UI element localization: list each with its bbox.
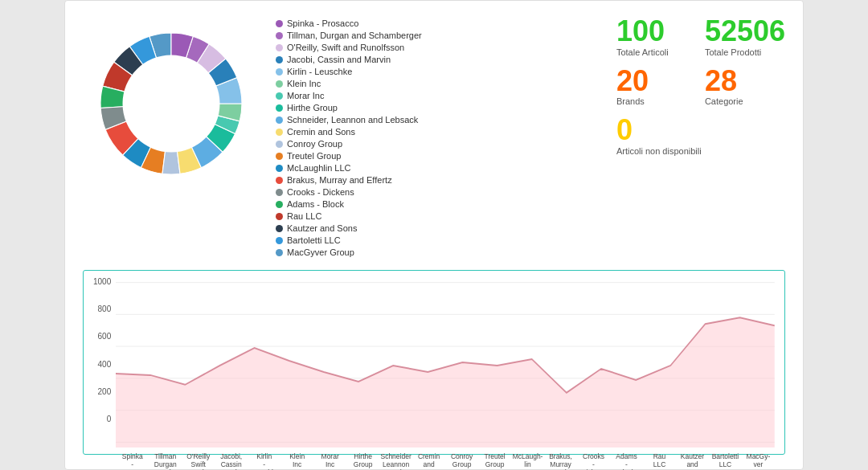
legend-dot xyxy=(276,56,283,63)
legend-label: Kirlin - Leuschke xyxy=(287,67,352,76)
legend-dot xyxy=(276,201,283,208)
donut-chart xyxy=(83,15,268,208)
x-axis-label: MacGy-verGroup xyxy=(742,452,775,470)
legend-label: Rau LLC xyxy=(287,211,321,221)
legend-dot xyxy=(276,20,283,27)
legend-item: Schneider, Leannon and Lebsack xyxy=(276,115,600,125)
legend-item: Tillman, Durgan and Schamberger xyxy=(276,31,600,40)
legend-dot xyxy=(276,44,283,51)
legend-label: Spinka - Prosacco xyxy=(287,18,358,28)
articoli-non-disponibili-block: 0 Articoli non disponibili xyxy=(616,114,702,156)
legend-dot xyxy=(276,116,283,124)
brands-number: 20 xyxy=(616,65,649,97)
articoli-non-disponibili-label: Articoli non disponibili xyxy=(616,146,702,156)
legend-item: Rau LLC xyxy=(276,211,600,221)
legend-label: Hirthe Group xyxy=(287,103,338,112)
y-axis-label: 1000 xyxy=(93,277,111,286)
totale-articoli-label: Totale Articoli xyxy=(616,47,669,57)
legend-label: Jacobi, Cassin and Marvin xyxy=(287,55,391,64)
totale-articoli-block: 100 Totale Articoli xyxy=(616,15,681,57)
legend-dot xyxy=(276,32,283,39)
articoli-non-disponibili-number: 0 xyxy=(616,114,633,146)
legend-dot xyxy=(276,189,283,196)
y-axis: 10008006004002000 xyxy=(93,277,116,448)
legend-item: MacGyver Group xyxy=(276,247,600,257)
line-chart-svg xyxy=(116,277,775,448)
legend: Spinka - ProsaccoTillman, Durgan and Sch… xyxy=(276,15,600,257)
legend-dot xyxy=(276,104,283,112)
x-axis-label: MorarInc xyxy=(313,452,346,470)
legend-label: Brakus, Murray and Effertz xyxy=(287,175,392,185)
x-axis-label: TillmanDurganandScham-berger xyxy=(149,452,182,470)
top-section: Spinka - ProsaccoTillman, Durgan and Sch… xyxy=(83,15,785,257)
legend-dot xyxy=(276,153,283,160)
legend-item: Bartoletti LLC xyxy=(276,235,600,245)
x-axis-label: BartolettiLLC xyxy=(709,452,742,470)
svg-point-0 xyxy=(123,55,220,153)
legend-item: Kautzer and Sons xyxy=(276,223,600,233)
y-axis-label: 600 xyxy=(98,332,112,341)
x-axis-label: SchneiderLeannonandLebsack xyxy=(379,452,412,470)
stats-row-3: 0 Articoli non disponibili xyxy=(616,114,785,156)
line-chart-section: 10008006004002000 Spinka-ProsaccoTillman… xyxy=(83,270,785,455)
legend-label: Bartoletti LLC xyxy=(287,235,341,245)
main-card: Spinka - ProsaccoTillman, Durgan and Sch… xyxy=(64,0,804,470)
legend-label: Crooks - Dickens xyxy=(287,187,354,197)
totale-prodotti-number: 52506 xyxy=(705,15,785,47)
x-axis-label: HirtheGroup xyxy=(346,452,379,470)
legend-label: Schneider, Leannon and Lebsack xyxy=(287,115,418,125)
legend-item: Hirthe Group xyxy=(276,103,600,112)
legend-item: Crooks - Dickens xyxy=(276,187,600,197)
legend-dot xyxy=(276,249,283,256)
y-axis-label: 200 xyxy=(98,387,112,396)
x-axis-label: RauLLC xyxy=(643,452,676,470)
legend-label: Tillman, Durgan and Schamberger xyxy=(287,31,422,40)
legend-item: Treutel Group xyxy=(276,151,600,161)
chart-body: Spinka-ProsaccoTillmanDurganandScham-ber… xyxy=(116,277,775,448)
legend-label: Conroy Group xyxy=(287,139,342,149)
legend-item: Adams - Block xyxy=(276,199,600,209)
legend-item: Conroy Group xyxy=(276,139,600,149)
x-axis-label: Jacobi,CassinandMarvin xyxy=(215,452,248,470)
x-axis-label: TreutelGroup xyxy=(478,452,511,470)
totale-articoli-number: 100 xyxy=(616,15,665,47)
legend-item: Jacobi, Cassin and Marvin xyxy=(276,55,600,64)
legend-dot xyxy=(276,237,283,244)
legend-dot xyxy=(276,213,283,220)
x-axis-label: Spinka-Prosacco xyxy=(116,452,149,470)
legend-label: Cremin and Sons xyxy=(287,127,355,137)
x-axis-label: CreminandSons xyxy=(412,452,445,470)
y-axis-label: 400 xyxy=(98,360,112,369)
legend-dot xyxy=(276,165,283,172)
legend-label: Klein Inc xyxy=(287,79,321,88)
brands-label: Brands xyxy=(616,96,645,106)
y-axis-label: 800 xyxy=(98,304,112,313)
legend-item: Spinka - Prosacco xyxy=(276,18,600,28)
totale-prodotti-block: 52506 Totale Prodotti xyxy=(705,15,785,57)
legend-dot xyxy=(276,225,283,232)
legend-label: Morar Inc xyxy=(287,91,324,100)
x-axis-label: Kirlin-Leuschke xyxy=(248,452,280,470)
x-labels: Spinka-ProsaccoTillmanDurganandScham-ber… xyxy=(116,452,775,470)
stats-row-2: 20 Brands 28 Categorie xyxy=(616,65,785,107)
x-axis-label: ConroyGroup xyxy=(445,452,478,470)
legend-item: Brakus, Murray and Effertz xyxy=(276,175,600,185)
categorie-label: Categorie xyxy=(705,96,743,106)
legend-dot xyxy=(276,68,283,76)
legend-label: Adams - Block xyxy=(287,199,344,209)
legend-label: MacGyver Group xyxy=(287,247,354,257)
legend-dot xyxy=(276,141,283,148)
x-axis-label: Brakus,MurrayandEffertz xyxy=(544,452,577,470)
y-axis-label: 0 xyxy=(107,415,112,423)
legend-label: O'Reilly, Swift and Runolfsson xyxy=(287,43,404,52)
legend-item: O'Reilly, Swift and Runolfsson xyxy=(276,43,600,52)
chart-area: 10008006004002000 Spinka-ProsaccoTillman… xyxy=(93,277,775,448)
legend-dot xyxy=(276,92,283,100)
categorie-block: 28 Categorie xyxy=(705,65,769,107)
legend-item: Kirlin - Leuschke xyxy=(276,67,600,76)
stats-row-1: 100 Totale Articoli 52506 Totale Prodott… xyxy=(616,15,785,57)
x-axis-label: Adams-Block xyxy=(610,452,643,470)
totale-prodotti-label: Totale Prodotti xyxy=(705,47,761,57)
legend-item: McLaughlin LLC xyxy=(276,163,600,173)
stats: 100 Totale Articoli 52506 Totale Prodott… xyxy=(608,15,785,156)
